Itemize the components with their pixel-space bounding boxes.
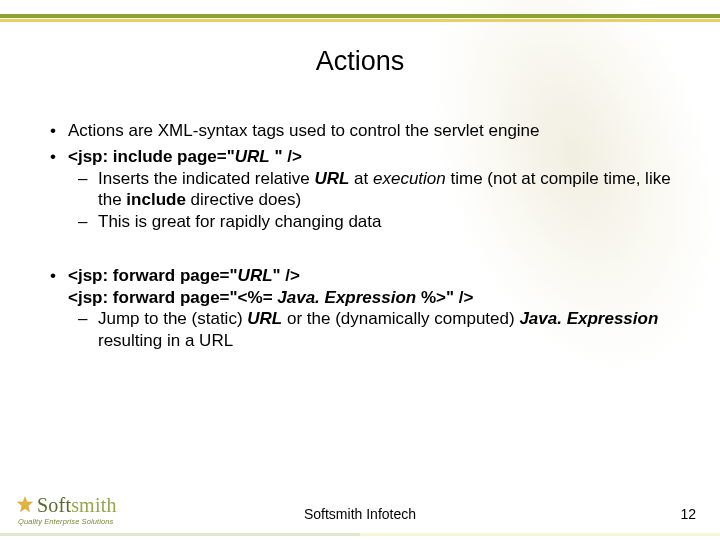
bullet-2: <jsp: include page="URL " /> Inserts the… [46,146,680,233]
slide-body: Actions are XML-syntax tags used to cont… [46,120,680,356]
bullet-1-text: Actions are XML-syntax tags used to cont… [68,121,540,140]
footer-text: Softsmith Infotech [0,506,720,522]
top-rule-yellow [0,19,720,22]
bullet-1: Actions are XML-syntax tags used to cont… [46,120,680,142]
bullet-2-sub-1: Inserts the indicated relative URL at ex… [68,168,680,212]
bullet-3-sub-1: Jump to the (static) URL or the (dynamic… [68,308,680,352]
jsp-forward-code-1: <jsp: forward page="URL" /> [68,266,300,285]
jsp-forward-code-2: <jsp: forward page="<%= Java. Expression… [68,288,473,307]
slide-title: Actions [0,46,720,77]
jsp-include-code: <jsp: include page="URL " /> [68,147,302,166]
bottom-rule [0,533,720,536]
top-rule-green [0,14,720,18]
bullet-3: <jsp: forward page="URL" /> <jsp: forwar… [46,265,680,352]
bullet-2-sub-2: This is great for rapidly changing data [68,211,680,233]
page-number: 12 [680,506,696,522]
